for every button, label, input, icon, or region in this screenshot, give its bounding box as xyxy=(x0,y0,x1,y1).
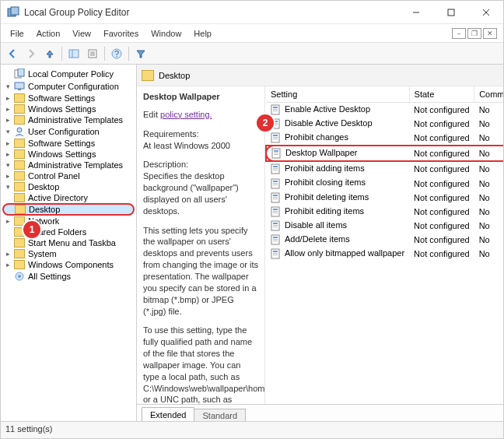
settings-icon xyxy=(14,271,25,282)
setting-row[interactable]: Disable all itemsNot configuredNo xyxy=(266,219,503,233)
up-button[interactable] xyxy=(41,45,58,62)
tab-extended[interactable]: Extended xyxy=(142,407,194,421)
tree-controlpanel[interactable]: ▸Control Panel xyxy=(2,170,135,181)
description-para3: To use this setting, type the fully qual… xyxy=(143,325,258,404)
setting-name: Prohibit changes xyxy=(285,132,348,142)
svg-rect-55 xyxy=(273,225,278,226)
folder-icon xyxy=(14,193,25,202)
tree-desktop-desktop[interactable]: Desktop xyxy=(2,203,135,216)
setting-row[interactable]: Prohibit closing itemsNot configuredNo xyxy=(266,176,503,190)
setting-row[interactable]: Add/Delete itemsNot configuredNo xyxy=(266,233,503,247)
help-button[interactable]: ? xyxy=(108,45,125,62)
collapse-icon[interactable]: ▾ xyxy=(4,183,12,191)
tree-cc-windows[interactable]: ▸Windows Settings xyxy=(2,104,135,114)
expand-icon[interactable] xyxy=(5,205,13,214)
setting-row[interactable]: Prohibit changesNot configuredNo xyxy=(266,131,503,146)
col-state[interactable]: State xyxy=(409,86,474,103)
description-pane: Desktop Wallpaper Edit policy setting. R… xyxy=(137,86,265,404)
settings-list[interactable]: Setting State Comment Enable Active Desk… xyxy=(265,86,503,404)
close-button[interactable] xyxy=(468,1,503,23)
setting-row[interactable]: Prohibit deleting itemsNot configuredNo xyxy=(266,191,503,205)
menu-file[interactable]: File xyxy=(4,26,30,40)
expand-icon[interactable] xyxy=(4,239,12,248)
collapse-icon[interactable]: ▾ xyxy=(4,83,12,91)
expand-icon[interactable]: ▸ xyxy=(4,217,12,226)
expand-icon[interactable]: ▸ xyxy=(4,139,12,148)
folder-icon xyxy=(14,139,25,148)
minimize-button[interactable] xyxy=(398,1,433,23)
setting-row[interactable]: Prohibit adding itemsNot configuredNo xyxy=(266,161,503,176)
expand-icon[interactable] xyxy=(4,272,12,281)
menu-action[interactable]: Action xyxy=(30,26,67,40)
tree-cc-admin[interactable]: ▸Administrative Templates xyxy=(2,114,135,125)
setting-state: Not configured xyxy=(409,233,474,247)
requirements-value: At least Windows 2000 xyxy=(143,141,230,150)
maximize-button[interactable] xyxy=(433,1,468,23)
menu-window[interactable]: Window xyxy=(145,26,187,40)
expand-icon[interactable]: ▸ xyxy=(4,116,12,125)
folder-icon xyxy=(14,249,25,258)
tree-computer-config[interactable]: ▾Computer Configuration xyxy=(2,80,135,93)
tree-desktop[interactable]: ▾Desktop xyxy=(2,181,135,192)
tree-windows-components[interactable]: ▸Windows Components xyxy=(2,259,135,270)
tree-uc-admin[interactable]: ▾Administrative Templates xyxy=(2,160,135,170)
setting-comment: No xyxy=(474,131,503,146)
expand-icon[interactable]: ▸ xyxy=(4,261,12,269)
expand-icon[interactable]: ▸ xyxy=(4,150,12,159)
setting-state: Not configured xyxy=(409,161,474,176)
setting-row[interactable]: Disable Active DesktopNot configuredNo xyxy=(266,117,503,131)
tree-user-config[interactable]: ▾User Configuration xyxy=(2,125,135,138)
description-label: Description: xyxy=(143,160,188,169)
svg-rect-35 xyxy=(274,153,278,153)
mdi-close-button[interactable]: ✕ xyxy=(483,28,497,39)
mdi-restore-button[interactable]: ❐ xyxy=(467,28,481,39)
col-setting[interactable]: Setting xyxy=(266,86,409,103)
expand-icon[interactable] xyxy=(4,194,12,202)
svg-rect-1 xyxy=(11,7,19,15)
tree-cc-software[interactable]: ▸Software Settings xyxy=(2,93,135,104)
filter-button[interactable] xyxy=(132,45,149,62)
expand-icon[interactable]: ▸ xyxy=(4,94,12,103)
collapse-icon[interactable]: ▾ xyxy=(4,161,12,170)
tree-active-directory[interactable]: Active Directory xyxy=(2,192,135,203)
setting-row[interactable]: Enable Active DesktopNot configuredNo xyxy=(266,103,503,118)
expand-icon[interactable]: ▸ xyxy=(4,250,12,258)
show-hide-tree-button[interactable] xyxy=(65,45,82,62)
tree-pane[interactable]: Local Computer Policy ▾Computer Configur… xyxy=(1,65,137,421)
menu-favorites[interactable]: Favorites xyxy=(97,26,145,40)
setting-icon xyxy=(271,148,282,159)
tree-network[interactable]: ▸Network xyxy=(2,216,135,227)
setting-icon xyxy=(271,178,282,189)
tree-system[interactable]: ▸System xyxy=(2,248,135,259)
tree-start-menu[interactable]: Start Menu and Taskba xyxy=(2,237,135,248)
menu-view[interactable]: View xyxy=(66,26,97,40)
expand-icon[interactable]: ▸ xyxy=(4,172,12,181)
setting-row[interactable]: Prohibit editing itemsNot configuredNo xyxy=(266,205,503,219)
back-button[interactable] xyxy=(4,45,21,62)
setting-row[interactable]: Allow only bitmapped wallpaperNot config… xyxy=(266,247,503,261)
svg-point-20 xyxy=(18,275,21,278)
mdi-minimize-button[interactable]: − xyxy=(452,28,466,39)
expand-icon[interactable] xyxy=(4,70,12,79)
menu-help[interactable]: Help xyxy=(187,26,218,40)
expand-icon[interactable] xyxy=(4,228,12,237)
folder-icon xyxy=(14,171,25,181)
properties-button[interactable] xyxy=(84,45,101,62)
svg-rect-64 xyxy=(273,255,278,255)
edit-policy-link[interactable]: policy setting. xyxy=(160,110,212,119)
tab-standard[interactable]: Standard xyxy=(194,409,246,421)
folder-icon xyxy=(15,205,26,214)
forward-button[interactable] xyxy=(23,45,40,62)
tree-uc-windows[interactable]: ▸Windows Settings xyxy=(2,149,135,160)
expand-icon[interactable]: ▸ xyxy=(4,105,12,114)
setting-comment: No xyxy=(474,233,503,247)
tree-shared-folders[interactable]: Shared Folders xyxy=(2,227,135,237)
tree-all-settings[interactable]: All Settings xyxy=(2,270,135,283)
view-tabs: Extended Standard xyxy=(137,404,503,421)
col-comment[interactable]: Comment xyxy=(474,86,503,103)
setting-row[interactable]: Desktop WallpaperNot configuredNo xyxy=(266,146,503,161)
tree-uc-software[interactable]: ▸Software Settings xyxy=(2,138,135,149)
svg-rect-50 xyxy=(273,209,278,210)
collapse-icon[interactable]: ▾ xyxy=(4,128,12,136)
tree-root[interactable]: Local Computer Policy xyxy=(2,68,135,80)
